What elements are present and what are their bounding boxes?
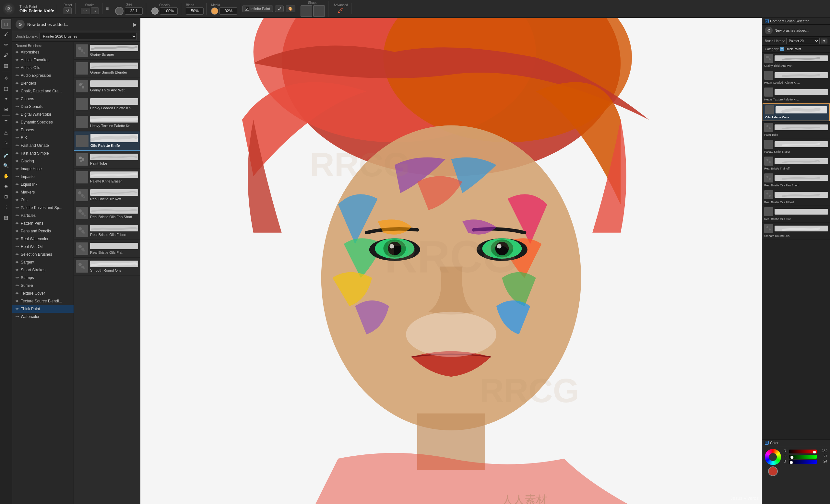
eyedropper-tool-btn[interactable]: 💉 — [1, 150, 11, 160]
cat-audio-expression[interactable]: ✏Audio Expression — [12, 72, 73, 79]
cat-markers[interactable]: ✏Markers — [12, 188, 73, 196]
compact-brush-real-flat[interactable]: Real Bristle Oils Flat — [762, 206, 830, 223]
brush-tool-btn[interactable]: 🖌 — [1, 30, 11, 39]
current-color-swatch[interactable] — [768, 466, 778, 476]
layer-tool-btn[interactable]: ⊞ — [1, 104, 11, 114]
lasso-tool-btn[interactable]: ⬚ — [1, 83, 11, 93]
shape-preview2[interactable] — [313, 5, 325, 17]
grid-tool-btn[interactable]: ⊞ — [1, 192, 11, 202]
fill-tool-btn[interactable]: ▥ — [1, 61, 11, 70]
compact-brush-paint-tube[interactable]: Paint Tube — [762, 122, 830, 138]
brush-paint-tube[interactable]: Paint Tube — [74, 151, 140, 169]
cat-texture-cover[interactable]: ✏Texture Cover — [12, 290, 73, 297]
g-slider[interactable] — [789, 455, 817, 457]
stroke-btn2[interactable]: ⊙ — [91, 7, 99, 14]
compact-brush-real-fan[interactable]: Real Bristle Oils Fan Short — [762, 172, 830, 189]
cat-thick-paint[interactable]: ✏Thick Paint — [12, 305, 73, 313]
brush-icon-btn[interactable]: 🖌 — [275, 5, 284, 12]
compact-brush-real-bristle-trail[interactable]: Real Bristle Trail-off — [762, 155, 830, 172]
cat-fast-simple[interactable]: ✏Fast and Simple — [12, 149, 73, 157]
cat-sumi-e[interactable]: ✏Sumi-e — [12, 282, 73, 290]
cat-erasers[interactable]: ✏Erasers — [12, 126, 73, 134]
cat-watercolor[interactable]: ✏Watercolor — [12, 313, 73, 321]
compact-brush-oils-palette[interactable]: Oils Palette Knife — [763, 103, 830, 121]
compact-brush-real-filbert[interactable]: Real Bristle Oils Filbert — [762, 189, 830, 206]
brush-real-bristle-trail[interactable]: Real Bristle Trail-off — [74, 187, 140, 204]
cat-airbrushes[interactable]: ✏Airbrushes — [12, 48, 73, 56]
curve-tool-btn[interactable]: ∿ — [1, 138, 11, 147]
cat-oils[interactable]: ✏Oils — [12, 196, 73, 204]
compact-brush-smooth-round[interactable]: Smooth Round Oils — [762, 223, 830, 239]
zoom-tool-btn[interactable]: 🔍 — [1, 161, 11, 170]
color-wheel[interactable] — [765, 449, 781, 465]
layer2-tool-btn[interactable]: ▤ — [1, 213, 11, 222]
stroke-btn1[interactable]: 〰 — [81, 8, 90, 14]
infinite-paint-checkbox[interactable]: ✓ — [245, 7, 249, 11]
brush-real-bristle-flat[interactable]: Real Bristle Oils Flat — [74, 240, 140, 258]
brush-grainy-smooth-blender[interactable]: Grainy Smooth Blender — [74, 60, 140, 77]
brush-library-select[interactable]: Painter 2020 Brushes — [39, 33, 137, 40]
brush-oils-palette-knife[interactable]: Oils Palette Knife — [74, 131, 140, 151]
cat-pattern-pens[interactable]: ✏Pattern Pens — [12, 220, 73, 227]
cat-artists-favorites[interactable]: ✏Artists' Favorites — [12, 56, 73, 64]
select-tool-btn[interactable]: ◻ — [1, 19, 11, 29]
cat-particles[interactable]: ✏Particles — [12, 212, 73, 220]
infinite-paint-btn[interactable]: ✓ Infinite Paint — [242, 5, 273, 12]
cat-cloners[interactable]: ✏Cloners — [12, 95, 73, 103]
cat-dab-stencils[interactable]: ✏Dab Stencils — [12, 103, 73, 110]
compact-panel-checkbox[interactable]: ✓ — [765, 19, 769, 23]
cat-pens-pencils[interactable]: ✏Pens and Pencils — [12, 227, 73, 235]
cat-selection-brushes[interactable]: ✏Selection Brushes — [12, 250, 73, 258]
opacity-input[interactable]: 100% — [160, 7, 178, 14]
blend-input[interactable]: 50% — [186, 7, 203, 14]
cat-impasto[interactable]: ✏Impasto — [12, 173, 73, 180]
cat-fast-ornate[interactable]: ✏Fast and Ornate — [12, 142, 73, 149]
cat-chalk-pastel[interactable]: ✏Chalk, Pastel and Cra... — [12, 87, 73, 95]
transform-tool-btn[interactable]: ✥ — [1, 73, 11, 83]
shape-preview1[interactable] — [300, 5, 312, 17]
cat-palette-knives[interactable]: ✏Palette Knives and Sp... — [12, 204, 73, 212]
shape-tool-btn[interactable]: △ — [1, 127, 11, 137]
text-tool-btn[interactable]: T — [1, 117, 11, 127]
cat-smart-strokes[interactable]: ✏Smart Strokes — [12, 266, 73, 274]
cat-stamps[interactable]: ✏Stamps — [12, 274, 73, 282]
cat-artists-oils[interactable]: ✏Artists' Oils — [12, 64, 73, 72]
pencil-tool-btn[interactable]: ✏ — [1, 40, 11, 49]
r-slider[interactable] — [789, 449, 817, 452]
reset-btn[interactable]: ↺ — [64, 7, 72, 14]
brush-real-bristle-filbert[interactable]: Real Bristle Oils Filbert — [74, 222, 140, 240]
cat-blenders[interactable]: ✏Blenders — [12, 79, 73, 87]
brush-heavy-texture[interactable]: Heavy Texture Palette Kn... — [74, 113, 140, 131]
pen-tool-btn[interactable]: 🖋 — [1, 50, 11, 60]
move-tool-btn[interactable]: ✦ — [1, 94, 11, 104]
cat-glazing[interactable]: ✏Glazing — [12, 157, 73, 165]
cat-liquid-ink[interactable]: ✏Liquid Ink — [12, 180, 73, 188]
brush-grainy-thick-wet[interactable]: Grainy Thick And Wet — [74, 77, 140, 95]
cat-texture-source[interactable]: ✏Texture Source Blendi... — [12, 297, 73, 305]
compact-brush-palette-eraser[interactable]: Palette Knife Eraser — [762, 138, 830, 155]
brush-panel-arrow[interactable]: ▶ — [133, 22, 137, 28]
brush-heavy-loaded[interactable]: Heavy Loaded Palette Kn... — [74, 95, 140, 113]
cat-real-watercolor[interactable]: ✏Real Watercolor — [12, 235, 73, 243]
canvas-area[interactable]: RRCG RRCG RRCG 人人素材 Jesus Viveros — [140, 18, 762, 504]
cat-sargent[interactable]: ✏Sargent — [12, 258, 73, 266]
color-panel-checkbox[interactable]: ✓ — [765, 441, 769, 445]
media-input[interactable]: 82% — [220, 7, 237, 14]
brush-smooth-round-oils[interactable]: Smooth Round Oils — [74, 258, 140, 275]
cat-real-wet-oil[interactable]: ✏Real Wet Oil — [12, 243, 73, 250]
cat-image-hose[interactable]: ✏Image Hose — [12, 165, 73, 173]
brush-grainy-scraper[interactable]: Grainy Scraper — [74, 42, 140, 60]
compact-lib-select[interactable]: Painter 20... — [786, 38, 820, 44]
b-slider[interactable] — [789, 460, 817, 463]
compact-lib-expand-btn[interactable]: ▼ — [821, 39, 827, 43]
divider-tool-btn[interactable]: ⋮ — [1, 202, 11, 212]
cat-dynamic-speckles[interactable]: ✏Dynamic Speckles — [12, 118, 73, 126]
cat-digital-watercolor[interactable]: ✏Digital Watercolor — [12, 110, 73, 118]
hand-tool-btn[interactable]: ✋ — [1, 171, 11, 181]
brush-real-bristle-fan[interactable]: Real Bristle Oils Fan Short — [74, 204, 140, 222]
more-btn[interactable]: ≡ — [104, 6, 110, 12]
cat-fx[interactable]: ✏F-X — [12, 134, 73, 142]
brush-palette-knife-eraser[interactable]: Palette Knife Eraser — [74, 169, 140, 187]
color-btn[interactable]: 🎨 — [286, 5, 295, 12]
size-input[interactable]: 33.1 — [125, 7, 143, 14]
